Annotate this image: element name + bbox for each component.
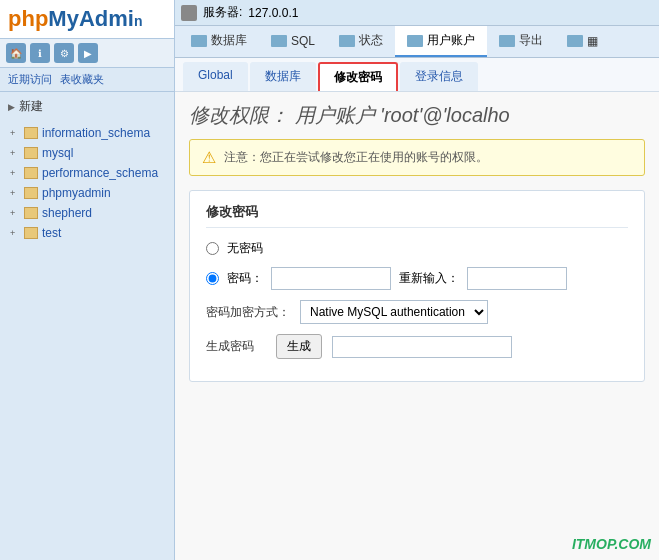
generate-row: 生成密码 生成 xyxy=(206,334,628,359)
main-tabbar: 数据库 SQL 状态 用户账户 导出 ▦ xyxy=(175,26,659,58)
sidebar-new-section: 新建 xyxy=(0,92,174,121)
db-icon xyxy=(24,127,38,139)
server-address: 127.0.0.1 xyxy=(248,6,298,20)
tab-user-label: 用户账户 xyxy=(427,32,475,49)
db-item-phpmyadmin[interactable]: + phpmyadmin xyxy=(0,183,174,203)
tab-status-label: 状态 xyxy=(359,32,383,49)
favorites-link[interactable]: 表收藏夹 xyxy=(60,72,104,87)
db-name: shepherd xyxy=(42,206,92,220)
db-item-test[interactable]: + test xyxy=(0,223,174,243)
expand-icon: + xyxy=(10,208,20,218)
tab-export[interactable]: 导出 xyxy=(487,26,555,57)
recent-link[interactable]: 近期访问 xyxy=(8,72,52,87)
database-list: + information_schema + mysql + performan… xyxy=(0,121,174,560)
warning-box: ⚠ 注意：您正在尝试修改您正在使用的账号的权限。 xyxy=(189,139,645,176)
new-label-text: 新建 xyxy=(19,98,43,115)
db-icon xyxy=(24,187,38,199)
retype-label: 重新输入： xyxy=(399,270,459,287)
tab-sql-label: SQL xyxy=(291,34,315,48)
db-icon xyxy=(24,167,38,179)
logo-php: php xyxy=(8,6,48,31)
main-panel: 服务器: 127.0.0.1 数据库 SQL 状态 用户账户 导出 ▦ xyxy=(175,0,659,560)
sidebar-quick-links: 近期访问 表收藏夹 xyxy=(0,68,174,92)
expand-icon: + xyxy=(10,148,20,158)
subtab-change-password[interactable]: 修改密码 xyxy=(318,62,398,91)
more-tab-icon xyxy=(567,35,583,47)
export-tab-icon xyxy=(499,35,515,47)
tab-database[interactable]: 数据库 xyxy=(179,26,259,57)
tab-more-label: ▦ xyxy=(587,34,598,48)
topbar: 服务器: 127.0.0.1 xyxy=(175,0,659,26)
db-name: mysql xyxy=(42,146,73,160)
info-icon[interactable]: ℹ xyxy=(30,43,50,63)
subtabbar: Global 数据库 修改密码 登录信息 xyxy=(175,58,659,92)
subtab-global-label: Global xyxy=(198,68,233,82)
tab-status[interactable]: 状态 xyxy=(327,26,395,57)
db-name: performance_schema xyxy=(42,166,158,180)
password-retype-input[interactable] xyxy=(467,267,567,290)
db-item-mysql[interactable]: + mysql xyxy=(0,143,174,163)
db-item-information-schema[interactable]: + information_schema xyxy=(0,123,174,143)
password-radio[interactable] xyxy=(206,272,219,285)
change-password-form: 修改密码 无密码 密码： 重新输入： 密码加密方式： Native MySQL … xyxy=(189,190,645,382)
subtab-database[interactable]: 数据库 xyxy=(250,62,316,91)
subtab-change-password-label: 修改密码 xyxy=(334,70,382,84)
no-password-radio[interactable] xyxy=(206,242,219,255)
watermark: ITMOP.COM xyxy=(572,536,651,552)
password-input[interactable] xyxy=(271,267,391,290)
warning-icon: ⚠ xyxy=(202,148,216,167)
method-label: 密码加密方式： xyxy=(206,304,290,321)
form-section-title: 修改密码 xyxy=(206,203,628,228)
generated-password-input[interactable] xyxy=(332,336,512,358)
subtab-login-info-label: 登录信息 xyxy=(415,69,463,83)
expand-icon: + xyxy=(10,188,20,198)
database-tab-icon xyxy=(191,35,207,47)
server-icon xyxy=(181,5,197,21)
warning-text: 注意：您正在尝试修改您正在使用的账号的权限。 xyxy=(224,149,488,166)
db-name: phpmyadmin xyxy=(42,186,111,200)
logo-myadmin: MyAdmi xyxy=(48,6,134,31)
tab-user-accounts[interactable]: 用户账户 xyxy=(395,26,487,57)
arrow-icon[interactable]: ▶ xyxy=(78,43,98,63)
settings-icon[interactable]: ⚙ xyxy=(54,43,74,63)
db-name: information_schema xyxy=(42,126,150,140)
app-logo: phpMyAdmin xyxy=(0,0,174,39)
sidebar-toolbar: 🏠 ℹ ⚙ ▶ xyxy=(0,39,174,68)
tab-more[interactable]: ▦ xyxy=(555,26,610,57)
no-password-label: 无密码 xyxy=(227,240,263,257)
page-title-text: 修改权限： 用户账户 'root'@'localho xyxy=(189,104,510,126)
home-icon[interactable]: 🏠 xyxy=(6,43,26,63)
password-row: 密码： 重新输入： xyxy=(206,267,628,290)
method-select[interactable]: Native MySQL authenticationSHA256 authen… xyxy=(300,300,488,324)
server-label: 服务器: xyxy=(203,4,242,21)
subtab-database-label: 数据库 xyxy=(265,69,301,83)
user-tab-icon xyxy=(407,35,423,47)
db-name: test xyxy=(42,226,61,240)
db-icon xyxy=(24,207,38,219)
status-tab-icon xyxy=(339,35,355,47)
sql-tab-icon xyxy=(271,35,287,47)
expand-icon: + xyxy=(10,168,20,178)
new-db-button[interactable]: 新建 xyxy=(8,98,166,115)
page-content: 修改权限： 用户账户 'root'@'localho ⚠ 注意：您正在尝试修改您… xyxy=(175,92,659,560)
generate-label: 生成密码 xyxy=(206,338,266,355)
subtab-login-info[interactable]: 登录信息 xyxy=(400,62,478,91)
method-row: 密码加密方式： Native MySQL authenticationSHA25… xyxy=(206,300,628,324)
expand-icon: + xyxy=(10,228,20,238)
subtab-global[interactable]: Global xyxy=(183,62,248,91)
tab-export-label: 导出 xyxy=(519,32,543,49)
no-password-row: 无密码 xyxy=(206,240,628,257)
db-item-performance-schema[interactable]: + performance_schema xyxy=(0,163,174,183)
password-label: 密码： xyxy=(227,270,263,287)
db-item-shepherd[interactable]: + shepherd xyxy=(0,203,174,223)
tab-database-label: 数据库 xyxy=(211,32,247,49)
generate-button[interactable]: 生成 xyxy=(276,334,322,359)
page-title: 修改权限： 用户账户 'root'@'localho xyxy=(189,102,645,129)
expand-icon: + xyxy=(10,128,20,138)
tab-sql[interactable]: SQL xyxy=(259,26,327,57)
logo-n: n xyxy=(134,13,143,29)
db-icon xyxy=(24,227,38,239)
sidebar: phpMyAdmin 🏠 ℹ ⚙ ▶ 近期访问 表收藏夹 新建 + inform… xyxy=(0,0,175,560)
db-icon xyxy=(24,147,38,159)
